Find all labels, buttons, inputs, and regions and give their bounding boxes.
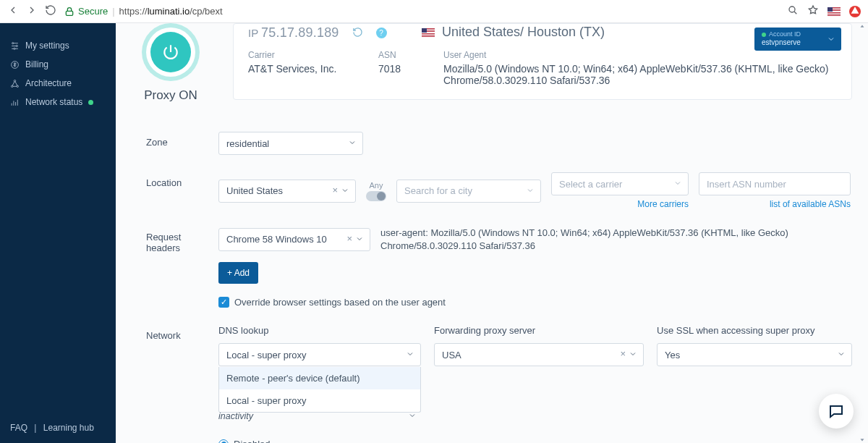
sidebar-item-label: Network status <box>25 97 82 107</box>
status-dot-icon <box>88 100 93 105</box>
refresh-ip-icon[interactable] <box>352 27 363 40</box>
fwd-proxy-head: Forwarding proxy server <box>434 325 644 336</box>
chat-widget[interactable] <box>819 394 854 429</box>
account-id-label: Account ID <box>762 30 821 38</box>
fwd-proxy-value: USA <box>442 350 461 360</box>
sidebar-item-my-settings[interactable]: My settings <box>0 36 116 55</box>
account-chip[interactable]: Account ID estvpnserve <box>754 28 841 51</box>
available-asns-link[interactable]: list of available ASNs <box>770 199 851 209</box>
chevron-down-icon <box>348 138 357 149</box>
sidebar-item-billing[interactable]: Billing <box>0 55 116 74</box>
svg-point-8 <box>17 85 18 87</box>
clear-icon[interactable]: × <box>346 233 352 244</box>
svg-point-4 <box>14 48 15 49</box>
override-checkbox[interactable]: ✓ Override browser settings based on the… <box>218 297 446 308</box>
override-label: Override browser settings based on the u… <box>234 297 446 308</box>
learning-hub-link[interactable]: Learning hub <box>43 423 94 433</box>
reload-icon[interactable] <box>45 4 56 18</box>
dns-option-local[interactable]: Local - super proxy <box>219 389 420 412</box>
clear-icon[interactable]: × <box>620 348 626 359</box>
flag-us-icon <box>422 28 435 37</box>
ua-label: User Agent <box>443 50 837 60</box>
flag-us-icon[interactable] <box>827 7 841 16</box>
chevron-down-icon <box>526 186 535 197</box>
asn-input[interactable] <box>707 179 830 190</box>
chevron-down-icon <box>673 179 682 190</box>
carrier-value: AT&T Services, Inc. <box>248 63 336 75</box>
city-input[interactable] <box>404 185 520 196</box>
ssl-select[interactable]: Yes <box>657 343 852 366</box>
network-label: Network <box>123 325 204 341</box>
ssl-head: Use SSL when accessing super proxy <box>657 325 852 336</box>
location-label: Location <box>123 172 204 188</box>
svg-point-2 <box>12 42 14 43</box>
chat-icon <box>827 402 845 420</box>
chevron-down-icon <box>355 235 364 245</box>
dns-option-remote[interactable]: Remote - peer's device (default) <box>219 367 420 389</box>
ua-preset-value: Chrome 58 Windows 10 <box>226 234 327 245</box>
proxy-card: Proxy ON <box>123 23 218 103</box>
help-icon[interactable]: ? <box>376 28 387 38</box>
any-toggle[interactable]: Any <box>366 181 386 201</box>
location-value: United States/ Houston (TX) <box>442 25 605 40</box>
ua-header-preview: user-agent: Mozilla/5.0 (Windows NT 10.0… <box>380 227 822 252</box>
chevron-down-icon <box>341 186 349 197</box>
info-panel: Account ID estvpnserve IP 75.17.89.189 ?… <box>233 23 852 100</box>
toggle-icon <box>366 191 386 201</box>
url-text: https://luminati.io/cp/bext <box>119 6 223 17</box>
dns-lookup-head: DNS lookup <box>218 325 421 336</box>
excluded-domains-label: Excluded domains <box>123 439 204 443</box>
back-icon[interactable] <box>7 4 19 18</box>
power-icon <box>161 43 180 62</box>
city-search[interactable] <box>396 180 541 203</box>
radio-icon <box>218 439 229 443</box>
zone-select-value: residential <box>226 138 269 149</box>
chevron-down-icon <box>837 350 846 360</box>
clear-icon[interactable]: × <box>332 185 338 195</box>
check-icon: ✓ <box>218 297 229 308</box>
ua-preset-select[interactable]: Chrome 58 Windows 10 × <box>218 228 370 251</box>
sidebar: My settings Billing Architecture Network… <box>0 23 116 443</box>
country-select[interactable]: United States × <box>218 180 356 203</box>
request-headers-label: Request headers <box>123 227 204 253</box>
dns-lookup-input[interactable] <box>226 350 400 360</box>
dns-lookup-dropdown: Remote - peer's device (default) Local -… <box>218 367 421 413</box>
secure-badge: Secure <box>64 6 108 17</box>
add-header-button[interactable]: + Add <box>218 262 258 284</box>
dns-lookup-select[interactable] <box>218 343 421 366</box>
main-content: Proxy ON Account ID estvpnserve IP 75.17… <box>116 23 868 443</box>
fwd-proxy-select[interactable]: USA × <box>434 343 644 366</box>
carrier-select[interactable]: Select a carrier <box>551 172 689 195</box>
search-icon[interactable] <box>787 4 799 18</box>
zone-select[interactable]: residential <box>218 132 363 155</box>
chevron-down-icon <box>629 350 637 360</box>
scrollbar[interactable] <box>858 23 867 443</box>
more-carriers-link[interactable]: More carriers <box>637 199 689 209</box>
ssl-value: Yes <box>665 350 680 360</box>
sidebar-footer: FAQ | Learning hub <box>0 413 116 443</box>
address-bar[interactable]: Secure | https://luminati.io/cp/bext <box>64 6 780 17</box>
carrier-placeholder: Select a carrier <box>559 179 622 190</box>
ua-value: Mozilla/5.0 (Windows NT 10.0; Win64; x64… <box>443 63 828 86</box>
svg-point-1 <box>789 7 795 12</box>
forward-icon[interactable] <box>26 4 38 18</box>
ip-value: 75.17.89.189 <box>261 25 339 40</box>
svg-point-7 <box>12 85 13 87</box>
chevron-down-icon[interactable] <box>408 411 417 422</box>
proxy-toggle[interactable] <box>142 23 200 81</box>
chevron-down-icon <box>827 35 835 46</box>
account-id-value: estvpnserve <box>762 38 801 46</box>
excluded-disabled-radio[interactable]: Disabled <box>218 439 271 443</box>
sidebar-item-architecture[interactable]: Architecture <box>0 74 116 93</box>
asn-input-wrap[interactable] <box>699 172 851 195</box>
sidebar-item-label: My settings <box>25 41 69 51</box>
chevron-down-icon <box>406 350 414 360</box>
sidebar-item-label: Architecture <box>25 78 72 88</box>
sidebar-item-network-status[interactable]: Network status <box>0 93 116 111</box>
star-icon[interactable] <box>807 4 819 18</box>
faq-link[interactable]: FAQ <box>10 423 27 433</box>
svg-point-3 <box>16 45 17 46</box>
svg-point-6 <box>14 80 15 81</box>
extension-icon[interactable] <box>849 6 861 17</box>
country-select-value: United States <box>226 185 283 196</box>
